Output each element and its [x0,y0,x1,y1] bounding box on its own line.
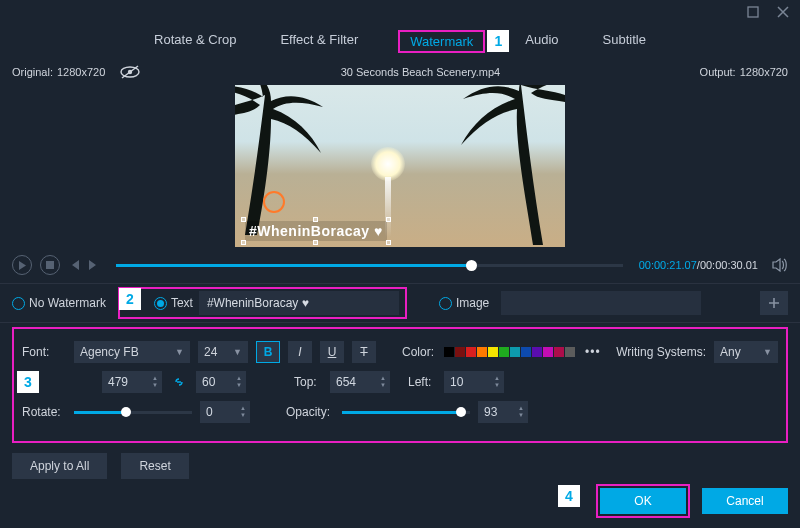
titlebar [0,0,800,24]
spin-down-icon[interactable]: ▼ [152,382,158,389]
close-button[interactable] [774,3,792,21]
watermark-text-input[interactable] [199,291,399,315]
add-image-button[interactable] [760,291,788,315]
image-radio-label: Image [456,296,489,310]
video-editor-window: Rotate & Crop Effect & Filter Watermark … [0,0,800,528]
tab-subtitle[interactable]: Subtitle [599,30,650,53]
color-swatch[interactable] [565,347,575,357]
tab-watermark[interactable]: Watermark [406,32,477,51]
top-input[interactable] [330,371,376,393]
link-aspect-icon[interactable] [172,375,186,389]
stop-button[interactable] [40,255,60,275]
radio-image[interactable]: Image [439,296,489,310]
compare-icon[interactable] [119,65,141,79]
time-total: 00:00:30.01 [700,259,758,271]
preview-area: #WheninBoracay ♥ [0,81,800,249]
color-swatches[interactable] [444,347,575,357]
watermark-overlay[interactable]: #WheninBoracay ♥ [245,221,387,241]
color-label: Color: [402,345,436,359]
apply-to-all-button[interactable]: Apply to All [12,453,107,479]
volume-icon[interactable] [772,258,788,272]
video-preview[interactable]: #WheninBoracay ♥ [235,85,565,247]
opacity-label: Opacity: [286,405,334,419]
writing-system-select[interactable]: Any▼ [714,341,778,363]
color-swatch[interactable] [554,347,564,357]
color-swatch[interactable] [444,347,454,357]
font-family-value: Agency FB [80,345,139,359]
bottom-buttons: Apply to All Reset [0,443,800,479]
ok-button[interactable]: OK [600,488,686,514]
color-swatch[interactable] [532,347,542,357]
callout-3: 3 [17,371,39,393]
player-controls: 00:00:21.07/00:00:30.01 [0,249,800,283]
font-size-value: 24 [204,345,217,359]
prev-frame-button[interactable] [68,259,80,271]
rotate-spinner[interactable]: ▲▼ [200,401,250,423]
font-size-select[interactable]: 24▼ [198,341,248,363]
radio-text[interactable]: Text [154,296,193,310]
resolution-info: Original: 1280x720 30 Seconds Beach Scen… [0,63,800,81]
size-width-spinner[interactable]: ▲▼ [102,371,162,393]
tab-effect-filter[interactable]: Effect & Filter [276,30,362,53]
color-swatch[interactable] [521,347,531,357]
color-swatch[interactable] [466,347,476,357]
callout-2: 2 [119,288,141,310]
font-label: Font: [22,345,66,359]
opacity-slider[interactable] [342,411,470,414]
maximize-button[interactable] [744,3,762,21]
image-path-field[interactable] [501,291,701,315]
tab-bar: Rotate & Crop Effect & Filter Watermark … [0,24,800,63]
opacity-input[interactable] [478,401,514,423]
size-height-spinner[interactable]: ▲▼ [196,371,246,393]
left-spinner[interactable]: ▲▼ [444,371,504,393]
svg-rect-0 [748,7,758,17]
italic-button[interactable]: I [288,341,312,363]
watermark-settings: 3 Font: Agency FB▼ 24▼ B I U T Color: ••… [12,327,788,443]
rotate-label: Rotate: [22,405,66,419]
size-height-input[interactable] [196,371,232,393]
rotate-handle-icon[interactable] [263,191,285,213]
left-label: Left: [408,375,436,389]
next-frame-button[interactable] [88,259,100,271]
size-width-input[interactable] [102,371,148,393]
timecode: 00:00:21.07/00:00:30.01 [639,259,758,271]
writing-system-label: Writing Systems: [616,345,706,359]
watermark-overlay-text: #WheninBoracay ♥ [249,223,383,239]
opacity-spinner[interactable]: ▲▼ [478,401,528,423]
color-swatch[interactable] [499,347,509,357]
tab-audio[interactable]: Audio [521,30,562,53]
original-resolution: 1280x720 [57,66,105,78]
color-swatch[interactable] [488,347,498,357]
writing-system-value: Any [720,345,741,359]
rotate-input[interactable] [200,401,236,423]
no-watermark-label: No Watermark [29,296,106,310]
color-swatch[interactable] [455,347,465,357]
color-swatch[interactable] [543,347,553,357]
cancel-button[interactable]: Cancel [702,488,788,514]
footer-actions: 4 OK Cancel [596,484,788,518]
top-label: Top: [294,375,322,389]
callout-4: 4 [558,485,580,507]
tab-rotate-crop[interactable]: Rotate & Crop [150,30,240,53]
timeline[interactable] [116,264,623,267]
left-input[interactable] [444,371,490,393]
font-family-select[interactable]: Agency FB▼ [74,341,190,363]
text-radio-label: Text [171,296,193,310]
strikethrough-button[interactable]: T [352,341,376,363]
more-colors[interactable]: ••• [585,345,601,359]
spin-up-icon[interactable]: ▲ [152,375,158,382]
original-label: Original: [12,66,53,78]
play-button[interactable] [12,255,32,275]
svg-rect-4 [46,261,54,269]
underline-button[interactable]: U [320,341,344,363]
rotate-slider[interactable] [74,411,192,414]
bold-button[interactable]: B [256,341,280,363]
watermark-source: No Watermark 2 Text Image [0,283,800,323]
color-swatch[interactable] [510,347,520,357]
time-current: 00:00:21.07 [639,259,697,271]
radio-no-watermark[interactable]: No Watermark [12,296,106,310]
color-swatch[interactable] [477,347,487,357]
filename: 30 Seconds Beach Scenery.mp4 [341,66,500,78]
top-spinner[interactable]: ▲▼ [330,371,390,393]
reset-button[interactable]: Reset [121,453,188,479]
